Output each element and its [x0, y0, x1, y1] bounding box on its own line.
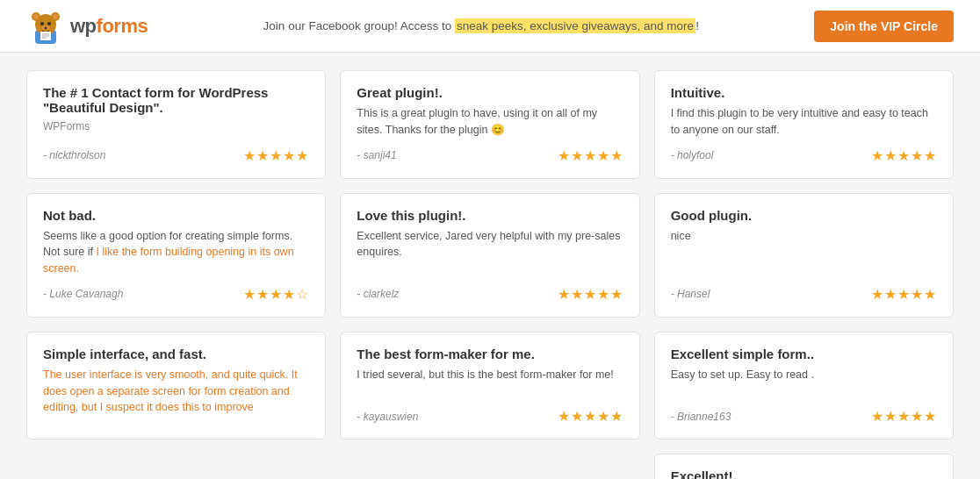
- review-title: Intuitive.: [671, 85, 937, 100]
- review-card: The # 1 Contact form for WordPress "Beau…: [26, 70, 326, 179]
- review-card: Simple interface, and fast. The user int…: [26, 332, 326, 440]
- review-body: I find this plugin to be very intuitive …: [671, 105, 937, 139]
- review-footer: - Hansel ★★★★★: [671, 286, 937, 303]
- review-body: nice: [671, 228, 937, 245]
- review-card: Great plugin!. This is a great plugin to…: [340, 70, 639, 179]
- message-highlight: sneak peeks, exclusive giveaways, and mo…: [455, 18, 695, 33]
- svg-point-7: [47, 22, 51, 25]
- reviewer-name: - kayauswien: [357, 411, 418, 423]
- review-source: WPForms: [43, 120, 309, 132]
- review-body: I tried several, but this is the best fo…: [357, 367, 623, 383]
- reviewer-name: - holyfool: [671, 149, 714, 161]
- review-footer: - sanji41 ★★★★★: [357, 147, 623, 164]
- review-footer: - kayauswien ★★★★★: [357, 408, 623, 425]
- review-title: The best form-maker for me.: [357, 347, 623, 361]
- message-prefix: Join our Facebook group! Access to: [263, 19, 455, 32]
- review-body: Excellent service, Jared very helpful wi…: [357, 228, 623, 261]
- review-title: Not bad.: [43, 208, 309, 223]
- bear-mascot-icon: [26, 7, 65, 46]
- star-rating: ★★★★★: [558, 286, 623, 303]
- reviewer-name: - sanji41: [357, 149, 396, 161]
- review-card: Good plugin. nice - Hansel ★★★★★: [654, 193, 954, 318]
- svg-point-3: [33, 14, 39, 19]
- reviewer-name: - Luke Cavanagh: [43, 288, 123, 300]
- svg-point-9: [45, 26, 47, 29]
- review-footer: - clarkelz ★★★★★: [357, 286, 623, 303]
- review-card: Love this plugin!. Excellent service, Ja…: [340, 193, 639, 318]
- reviewer-name: - clarkelz: [357, 288, 399, 300]
- review-body: This is a great plugin to have, using it…: [357, 105, 623, 139]
- reviewer-name: - Hansel: [671, 288, 710, 300]
- review-card: Not bad. Seems like a good option for cr…: [26, 193, 326, 318]
- review-footer: - Luke Cavanagh ★★★★☆: [43, 286, 309, 303]
- logo-forms: forms: [97, 15, 148, 37]
- message-suffix: !: [695, 19, 699, 32]
- reviewer-name: - Brianne163: [671, 411, 731, 423]
- review-title: Good plugin.: [671, 208, 937, 223]
- star-rating: ★★★★★: [871, 408, 937, 425]
- main-content: The # 1 Contact form for WordPress "Beau…: [0, 53, 980, 479]
- review-card: Excellent!.: [654, 454, 954, 479]
- review-card: Intuitive. I find this plugin to be very…: [654, 70, 954, 179]
- review-title: The # 1 Contact form for WordPress "Beau…: [43, 85, 309, 115]
- review-title: Simple interface, and fast.: [43, 347, 309, 361]
- star-rating: ★★★★★: [558, 147, 623, 164]
- logo: wpforms: [26, 7, 148, 46]
- header-message: Join our Facebook group! Access to sneak…: [148, 19, 814, 32]
- star-rating: ★★★★★: [871, 147, 937, 164]
- review-card: Excellent simple form.. Easy to set up. …: [654, 332, 954, 440]
- star-rating: ★★★★★: [558, 408, 623, 425]
- svg-point-5: [53, 14, 58, 19]
- header: wpforms Join our Facebook group! Access …: [0, 0, 980, 53]
- logo-wp: wp: [70, 15, 97, 37]
- review-title: Excellent simple form..: [671, 347, 937, 361]
- reviews-grid: The # 1 Contact form for WordPress "Beau…: [26, 70, 954, 479]
- review-body: Easy to set up. Easy to read .: [671, 367, 937, 383]
- review-footer: - Brianne163 ★★★★★: [671, 408, 937, 425]
- review-title: Excellent!.: [671, 468, 937, 479]
- review-card: The best form-maker for me. I tried seve…: [340, 332, 639, 440]
- vip-circle-button[interactable]: Join the VIP Circle: [814, 11, 954, 42]
- review-body: The user interface is very smooth, and q…: [43, 367, 309, 416]
- star-rating: ★★★★☆: [243, 286, 309, 303]
- star-rating: ★★★★★: [243, 147, 309, 164]
- review-footer: - nickthrolson ★★★★★: [43, 147, 309, 164]
- logo-text: wpforms: [70, 15, 148, 38]
- reviewer-name: - nickthrolson: [43, 149, 105, 161]
- review-title: Love this plugin!.: [357, 208, 623, 223]
- review-footer: - holyfool ★★★★★: [671, 147, 937, 164]
- svg-point-6: [40, 22, 44, 25]
- star-rating: ★★★★★: [871, 286, 937, 303]
- review-title: Great plugin!.: [357, 85, 623, 100]
- review-body: Seems like a good option for creating si…: [43, 228, 309, 277]
